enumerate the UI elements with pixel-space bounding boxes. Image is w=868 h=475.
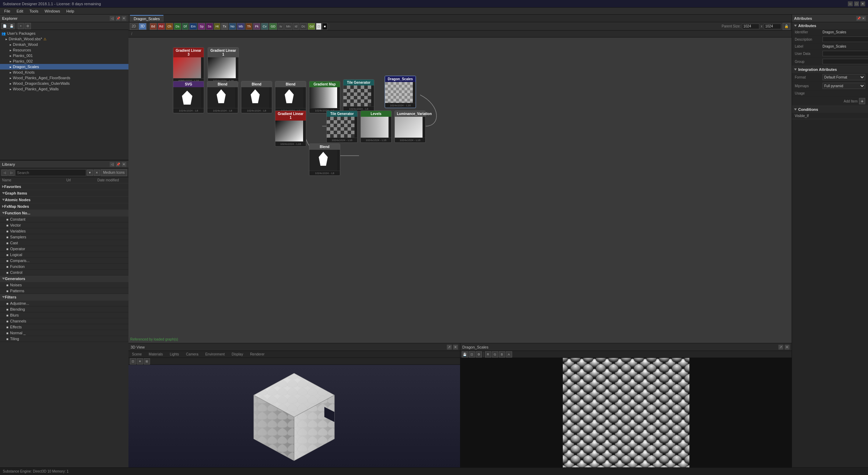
icon-mode-button[interactable]: Medium Icons <box>101 169 127 176</box>
channel-mn[interactable]: Mn <box>284 23 292 30</box>
node-gradient-linear-3[interactable]: Gradient Linear 3 4096x1024 - L16 <box>173 47 204 83</box>
channel-pk[interactable]: Pk <box>253 23 260 30</box>
view-2d-close[interactable]: ✕ <box>785 345 790 350</box>
parent-size-lock-btn[interactable]: 🔒 <box>783 23 790 30</box>
channel-id[interactable]: Id <box>293 23 299 30</box>
lib-item-cast[interactable]: ■ Cast <box>0 240 128 246</box>
minimize-button[interactable]: ─ <box>848 1 853 6</box>
attr-format-select[interactable]: Default Format <box>823 74 865 80</box>
attr-mipmaps-select[interactable]: Full pyramid <box>823 83 865 89</box>
channel-gd2[interactable]: Gd <box>308 23 315 30</box>
explorer-pin-btn[interactable]: 📌 <box>116 16 120 21</box>
lib-item-effects[interactable]: ■ Effects <box>0 324 128 330</box>
library-pin-btn[interactable]: 📌 <box>116 162 120 167</box>
lib-section-header-favorites[interactable]: Favorites <box>0 183 128 190</box>
graph-canvas[interactable]: Gradient Linear 3 4096x1024 - L16 Gradie… <box>128 38 792 343</box>
tree-item-wood-knots[interactable]: ▸ Wood_Knots <box>0 69 128 75</box>
view-3d-close[interactable]: ✕ <box>453 345 458 350</box>
view-2d-b-btn[interactable]: B <box>499 351 505 358</box>
node-svg[interactable]: SVG 1024x1024 - L8 <box>173 81 204 113</box>
menu-windows[interactable]: Windows <box>42 8 63 14</box>
channel-sp[interactable]: Sp <box>198 23 205 30</box>
save-btn[interactable]: 💾 <box>8 23 15 29</box>
new-package-btn[interactable]: 📄 <box>1 23 8 29</box>
channel-ch[interactable]: Ch <box>166 23 173 30</box>
lights-menu[interactable]: Lights <box>168 352 181 356</box>
node-blend-1[interactable]: Blend 1024x1024 - L8 <box>207 81 238 113</box>
library-nav-fwd[interactable]: ▷ <box>8 170 15 176</box>
graph-view-3d-btn[interactable]: 3D <box>139 23 147 30</box>
node-levels[interactable]: Levels 1024x1024 - L16 <box>360 110 392 143</box>
lib-section-header-generators[interactable]: Generators <box>0 276 128 282</box>
view-3d-fit-btn[interactable]: ⊡ <box>130 358 136 365</box>
attr-user-data-input[interactable] <box>823 51 868 56</box>
tree-item-wood-dragonscales-outerwalls[interactable]: ▸ Wood_DragonScales_OuterWalls <box>0 81 128 86</box>
attributes-section-header[interactable]: Attributes <box>792 22 868 29</box>
channel-th[interactable]: Th <box>245 23 253 30</box>
lib-item-blurs[interactable]: ■ Blurs <box>0 312 128 318</box>
graph-view-2d-btn[interactable]: 2D <box>130 23 138 30</box>
lib-item-comparis[interactable]: ■ Comparis... <box>0 258 128 264</box>
lib-item-function[interactable]: ■ Function <box>0 264 128 270</box>
view-black-btn[interactable]: ■ <box>322 23 327 30</box>
channel-ss[interactable]: Ss <box>206 23 213 30</box>
settings-btn[interactable]: ⚙ <box>25 23 31 29</box>
add-btn[interactable]: + <box>18 23 24 29</box>
lib-item-samplers[interactable]: ■ Samplers <box>0 234 128 240</box>
menu-file[interactable]: File <box>1 8 13 14</box>
node-blend-3[interactable]: Blend 1024x1024 - L8 <box>275 81 306 113</box>
view-2d-a-btn[interactable]: A <box>506 351 512 358</box>
view-2d-viewport[interactable] <box>460 358 792 469</box>
lib-item-vector[interactable]: ■ Vector <box>0 222 128 228</box>
camera-menu[interactable]: Camera <box>184 352 201 356</box>
parent-size-height-input[interactable] <box>764 24 781 29</box>
view-2d-fit-btn[interactable]: ⊡ <box>469 351 475 358</box>
node-gradient-linear-1-top[interactable]: Gradient Linear 1 1024x1024 - L16 <box>208 47 239 83</box>
node-gradient-map[interactable]: Gradient Map 1024x1024 - L8 <box>309 81 340 113</box>
lib-item-variables[interactable]: ■ Variables <box>0 228 128 234</box>
view-3d-pop-out[interactable]: ↗ <box>447 345 452 350</box>
lib-item-normal[interactable]: ■ Normal _ <box>0 330 128 336</box>
library-nav-back[interactable]: ◁ <box>1 170 8 176</box>
lib-item-operator[interactable]: ■ Operator <box>0 246 128 252</box>
lib-item-logical[interactable]: ■ Logical <box>0 252 128 258</box>
node-tile-gen-1[interactable]: Tile Generator 1024x1024 - L8 <box>343 79 374 112</box>
node-blend-4[interactable]: Blend 1024x1024 - L8 <box>309 144 340 176</box>
lib-section-header-filters[interactable]: Filters <box>0 294 128 301</box>
tree-item-planks-001[interactable]: ▸ Planks_001 <box>0 53 128 58</box>
view-3d-grid-btn[interactable]: ⊞ <box>144 358 150 365</box>
lib-item-tiling[interactable]: ■ Tiling <box>0 336 128 342</box>
view-white-btn[interactable]: □ <box>316 23 321 30</box>
conditions-header[interactable]: Conditions <box>792 106 868 113</box>
lib-section-header-function-nodes[interactable]: Function No... <box>0 210 128 216</box>
environment-menu[interactable]: Environment <box>203 352 227 356</box>
attributes-pin-btn[interactable]: 📌 <box>856 16 861 21</box>
display-menu[interactable]: Display <box>229 352 245 356</box>
channel-tx[interactable]: Tx <box>221 23 228 30</box>
lib-section-header-atomic-nodes[interactable]: Atomic Nodes <box>0 197 128 203</box>
explorer-dock-btn[interactable]: ◁ <box>110 16 115 21</box>
scene-menu[interactable]: Scene <box>130 352 144 356</box>
lib-item-constant[interactable]: ■ Constant <box>0 216 128 222</box>
channel-mb[interactable]: Mb <box>237 23 245 30</box>
lib-item-adjustme[interactable]: ■ Adjustme... <box>0 301 128 306</box>
attributes-close-btn[interactable]: ✕ <box>861 16 866 21</box>
tree-item-dragon-scales[interactable]: ▸ Dragon_Scales <box>0 64 128 69</box>
library-close-btn[interactable]: ✕ <box>122 162 126 167</box>
view-2d-r-btn[interactable]: R <box>485 351 491 358</box>
search-clear-btn[interactable]: ✕ <box>94 170 100 176</box>
parent-size-input[interactable] <box>742 24 759 29</box>
node-blend-2[interactable]: Blend 1024x1024 - L8 <box>241 81 272 113</box>
graph-tab-dragon-scales[interactable]: Dragon_Scales <box>130 15 164 22</box>
view-2d-settings-btn[interactable]: ⚙ <box>476 351 482 358</box>
channel-rd[interactable]: Rd <box>158 23 165 30</box>
view-3d-viewport[interactable] <box>128 365 460 469</box>
lib-section-header-graph-items[interactable]: Graph Items <box>0 190 128 197</box>
menu-tools[interactable]: Tools <box>27 8 41 14</box>
attr-description-input[interactable] <box>823 36 868 42</box>
lib-item-patterns[interactable]: ■ Patterns <box>0 288 128 294</box>
lib-section-header-fxmap-nodes[interactable]: FxMap Nodes <box>0 203 128 210</box>
channel-cv[interactable]: Cv <box>261 23 268 30</box>
search-filter-btn[interactable]: ▼ <box>87 170 93 176</box>
channel-em[interactable]: Em <box>189 23 198 30</box>
